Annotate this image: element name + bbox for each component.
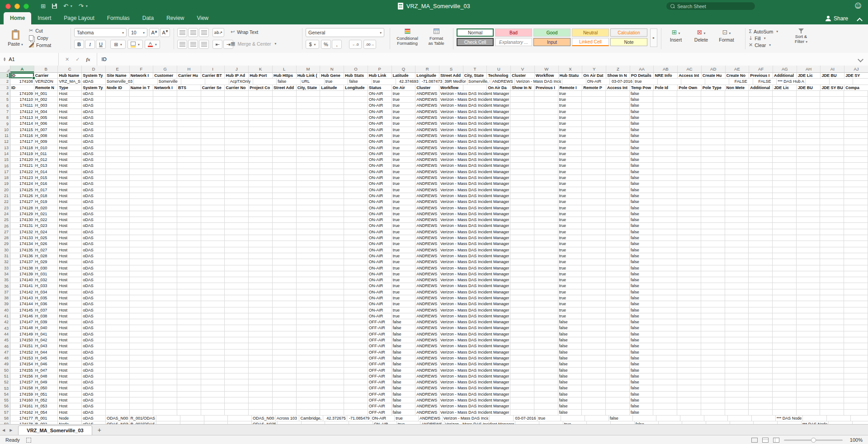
cell-N55[interactable] [320, 397, 344, 403]
cell-S44[interactable]: Verizon - Mass DAS Incident Management [439, 331, 510, 337]
cell-Q17[interactable]: true [392, 169, 416, 175]
cell-AC55[interactable] [725, 397, 749, 403]
cell-AH19[interactable] [844, 181, 868, 187]
cell-X31[interactable] [606, 253, 630, 259]
cell-AC38[interactable] [725, 295, 749, 301]
cell-AH31[interactable] [844, 253, 868, 259]
cell-Z20[interactable] [653, 187, 677, 193]
cell-C7[interactable]: Host [58, 109, 82, 115]
cell-AF13[interactable] [797, 145, 821, 151]
cell-AD33[interactable] [749, 265, 773, 271]
cell-Q45[interactable]: false [392, 337, 416, 343]
cell-AA13[interactable] [677, 145, 701, 151]
cell-U56[interactable] [534, 403, 558, 409]
cell-AC36[interactable] [725, 283, 749, 289]
close-window-button[interactable] [5, 4, 11, 9]
cell-C46[interactable]: Host [58, 343, 82, 349]
cell-S46[interactable]: Verizon - Mass DAS Incident Management [439, 343, 510, 349]
cell-O6[interactable] [344, 103, 368, 109]
cell-V10[interactable]: true [558, 127, 582, 133]
cell-AD31[interactable] [749, 253, 773, 259]
cell-AD2[interactable]: FALSE [729, 79, 753, 85]
cell-R57[interactable]: ANDREWS [415, 410, 439, 416]
ribbon-tab-view[interactable]: View [190, 12, 215, 24]
cell-Y58[interactable]: false [609, 416, 633, 421]
cell-P55[interactable]: OFF-AIR [368, 397, 392, 403]
save-icon[interactable] [52, 4, 57, 9]
cell-X56[interactable] [606, 403, 630, 409]
cell-O42[interactable] [344, 319, 368, 325]
cell-AF39[interactable] [797, 301, 821, 307]
minimize-window-button[interactable] [14, 4, 20, 9]
cell-AC31[interactable] [725, 253, 749, 259]
cell-AE16[interactable] [773, 163, 797, 169]
cell-D34[interactable]: oDAS [82, 271, 106, 277]
cell-X34[interactable] [606, 271, 630, 277]
cell-AF26[interactable] [797, 223, 821, 229]
cell-G5[interactable] [153, 97, 177, 103]
cell-AE48[interactable] [773, 355, 797, 361]
cell-L37[interactable] [273, 289, 297, 295]
column-header-AD[interactable]: AD [702, 66, 726, 73]
row-header-38[interactable]: 38 [0, 295, 10, 301]
cell-X58[interactable] [585, 416, 609, 421]
cell-E2[interactable]: Somerville_03 [106, 79, 134, 85]
cell-Y59[interactable]: false [635, 421, 659, 424]
cell-T14[interactable] [510, 151, 534, 157]
row-header-17[interactable]: 17 [0, 169, 10, 175]
cell-F52[interactable] [130, 379, 154, 385]
cell-I36[interactable] [201, 283, 225, 289]
row-header-29[interactable]: 29 [0, 241, 10, 247]
cell-style-neutral[interactable]: Neutral [572, 28, 609, 37]
cell-S25[interactable]: Verizon - Mass DAS Incident Management [439, 217, 510, 223]
cell-A54[interactable]: 174159 [10, 392, 34, 397]
cell-J15[interactable] [225, 157, 249, 163]
cell-E4[interactable] [106, 91, 130, 97]
cell-Z14[interactable] [653, 151, 677, 157]
cell-K53[interactable] [249, 385, 273, 391]
cell-N14[interactable] [320, 151, 344, 157]
cell-S36[interactable]: Verizon - Mass DAS Incident Management [439, 283, 510, 289]
cell-V33[interactable]: true [558, 265, 582, 271]
cell-Y20[interactable]: false [630, 187, 654, 193]
cell-AB10[interactable] [701, 127, 725, 133]
cell-K48[interactable] [249, 355, 273, 361]
cell-L17[interactable] [273, 169, 297, 175]
cell-H50[interactable] [177, 368, 201, 373]
cell-L55[interactable] [273, 397, 297, 403]
cell-N28[interactable] [320, 235, 344, 241]
cell-AB33[interactable] [701, 265, 725, 271]
cell-X12[interactable] [606, 139, 630, 145]
cell-W30[interactable] [582, 247, 606, 253]
cell-M30[interactable] [297, 247, 321, 253]
cell-R31[interactable]: ANDREWS [415, 253, 439, 259]
cell-F37[interactable] [130, 289, 154, 295]
cell-AD48[interactable] [749, 355, 773, 361]
cell-AG9[interactable] [820, 121, 844, 127]
cell-H54[interactable] [177, 392, 201, 397]
cell-T30[interactable] [510, 247, 534, 253]
cell-I14[interactable] [201, 151, 225, 157]
cell-AA21[interactable] [677, 193, 701, 199]
align-middle-button[interactable] [188, 40, 198, 49]
cell-B15[interactable]: H_012 [34, 157, 58, 163]
cell-AD42[interactable] [749, 319, 773, 325]
row-header-2[interactable]: 2 [0, 79, 10, 85]
cell-M23[interactable] [297, 205, 321, 211]
cell-D12[interactable]: oDAS [82, 139, 106, 145]
cell-T42[interactable] [510, 319, 534, 325]
cell-Z52[interactable] [653, 379, 677, 385]
cell-G45[interactable] [153, 337, 177, 343]
cell-Z15[interactable] [653, 157, 677, 163]
cell-P58[interactable]: ON-AIR [371, 416, 395, 421]
cell-H51[interactable] [177, 373, 201, 379]
cell-AB32[interactable] [701, 259, 725, 265]
cell-F51[interactable] [130, 373, 154, 379]
cell-AC17[interactable] [725, 169, 749, 175]
cell-S40[interactable]: Verizon - Mass DAS Incident Management [439, 307, 510, 313]
cell-AH8[interactable] [844, 115, 868, 121]
cell-T31[interactable] [510, 253, 534, 259]
cell-T1[interactable]: City, State [463, 73, 487, 79]
cell-P46[interactable]: OFF-AIR [368, 343, 392, 349]
cell-S18[interactable]: Verizon - Mass DAS Incident Management [439, 175, 510, 181]
